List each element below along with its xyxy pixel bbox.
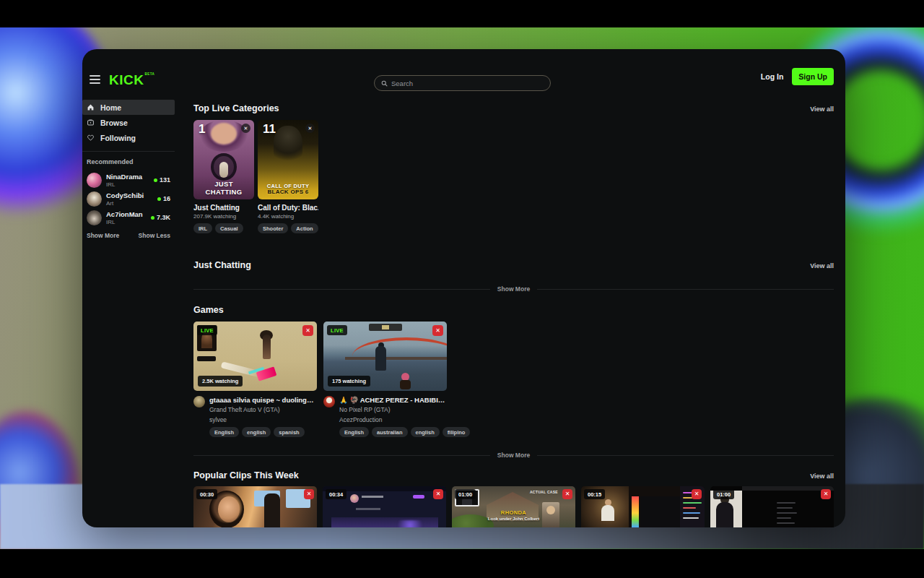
view-all-link[interactable]: View all: [810, 262, 834, 269]
tag-pill[interactable]: English: [339, 427, 369, 437]
tag-pill[interactable]: english: [242, 427, 271, 437]
letterbox-top: [0, 0, 924, 27]
section-title: Popular Clips This Week: [193, 470, 299, 480]
main-content: Top Live Categories View all 1 ✕: [175, 94, 845, 527]
channel-row-codyschibi[interactable]: CodySchibi Art 16: [82, 189, 175, 208]
tag-pill[interactable]: Casual: [215, 223, 243, 233]
channel-row-ac7ionman[interactable]: Ac7ionMan IRL 7.3K: [82, 208, 175, 227]
tag-pill[interactable]: Shooter: [258, 223, 288, 233]
recommended-label: Recommended: [82, 158, 175, 165]
desktop: KICKBETA Log In Sign Up Home: [0, 0, 924, 578]
clip-card-5[interactable]: 01:00 ✕: [710, 486, 834, 527]
watching-badge: 175 watching: [328, 376, 370, 387]
search-input[interactable]: [391, 79, 544, 87]
avatar: [323, 396, 335, 407]
clip-card-1[interactable]: 00:30 ✕: [193, 486, 317, 527]
channel-row-ninadrama[interactable]: NinaDrama IRL 131: [82, 171, 175, 189]
avatar: [193, 396, 205, 407]
category-art-text: CALL OF DUTY BLACK OPS 6: [258, 184, 318, 196]
beta-label: BETA: [144, 72, 154, 76]
show-more-button[interactable]: Show More: [497, 452, 530, 459]
viewer-count: 131: [160, 176, 170, 184]
search-bar[interactable]: [374, 75, 551, 91]
streamer-name[interactable]: sylvee: [209, 416, 316, 423]
close-icon[interactable]: ✕: [562, 489, 572, 499]
stream-card-acezproduction[interactable]: LIVE ✕ 175 watching 🙏 🦃 ACHEZ PEREZ - HA…: [323, 322, 447, 437]
watching-badge: 2.5K watching: [198, 376, 243, 387]
tag-pill[interactable]: filipino: [443, 427, 471, 437]
close-icon[interactable]: ✕: [241, 124, 250, 133]
channel-category: IRL: [106, 181, 142, 188]
view-all-link[interactable]: View all: [810, 473, 834, 480]
sidebar-item-label: Following: [100, 134, 136, 142]
clip-caption: RHONDA: [452, 509, 575, 516]
category-thumbnail: 11 ✕ CALL OF DUTY BLACK OPS 6: [258, 120, 318, 199]
close-icon[interactable]: ✕: [433, 489, 443, 499]
tag-pill[interactable]: English: [209, 427, 239, 437]
section-games-header: Games: [193, 305, 834, 315]
browse-icon: [87, 118, 95, 126]
live-dot: [157, 197, 161, 201]
rank-badge: 11: [263, 122, 276, 137]
watching-count: 4.4K watching: [258, 213, 318, 220]
sidebar-divider: [82, 151, 175, 152]
kick-app-window: KICKBETA Log In Sign Up Home: [82, 49, 845, 527]
close-icon[interactable]: ✕: [302, 325, 313, 336]
viewer-count: 16: [163, 195, 170, 202]
category-card-call-of-duty[interactable]: 11 ✕ CALL OF DUTY BLACK OPS 6 Call of Du…: [258, 120, 318, 233]
stream-card-sylvee[interactable]: LIVE ✕ 2.5K watching gtaaaa silvia quisp…: [193, 322, 317, 437]
hamburger-menu-icon[interactable]: [90, 75, 100, 84]
login-button[interactable]: Log In: [761, 72, 784, 81]
channel-category: Art: [106, 200, 144, 207]
show-more-link[interactable]: Show More: [87, 232, 119, 239]
show-less-link[interactable]: Show Less: [139, 232, 170, 239]
sidebar: Home Browse Following: [82, 94, 175, 239]
home-icon: [87, 103, 95, 111]
sidebar-item-label: Home: [100, 103, 121, 112]
clip-card-3[interactable]: ACTUAL CASE RHONDA Look under John Colbe…: [452, 486, 575, 527]
tier-list-graphic: [632, 496, 639, 527]
tag-pill[interactable]: australian: [372, 427, 407, 437]
live-badge: LIVE: [197, 325, 217, 335]
stream-category[interactable]: No Pixel RP (GTA): [339, 406, 447, 413]
close-icon[interactable]: ✕: [432, 325, 443, 336]
top-bar: KICKBETA Log In Sign Up: [82, 49, 845, 94]
letterbox-bottom: [0, 549, 924, 578]
section-just-chatting-header: Just Chatting View all: [193, 260, 834, 270]
signup-button[interactable]: Sign Up: [792, 68, 834, 85]
category-card-just-chatting[interactable]: 1 ✕ JUST CHATTING Just Chatting 207.9K w…: [193, 120, 254, 233]
view-all-link[interactable]: View all: [810, 105, 834, 113]
channel-name: NinaDrama: [106, 173, 142, 181]
sidebar-item-browse[interactable]: Browse: [82, 115, 175, 130]
tag-pill[interactable]: Action: [291, 223, 318, 233]
clip-card-4[interactable]: 00:15 ✕: [581, 486, 705, 527]
show-more-divider: Show More: [193, 285, 834, 293]
show-more-button[interactable]: Show More: [497, 285, 530, 293]
channel-name: CodySchibi: [106, 191, 144, 199]
close-icon[interactable]: ✕: [692, 489, 702, 499]
tag-pill[interactable]: IRL: [193, 223, 212, 233]
close-icon[interactable]: ✕: [305, 124, 315, 133]
clip-card-2[interactable]: 00:34 ✕: [323, 486, 446, 527]
duration-badge: 00:34: [326, 489, 346, 499]
stream-card-row: LIVE ✕ 2.5K watching gtaaaa silvia quisp…: [193, 322, 834, 437]
tag-pill[interactable]: english: [411, 427, 440, 437]
kick-logo[interactable]: KICKBETA: [109, 73, 154, 87]
live-badge: LIVE: [327, 325, 347, 335]
category-thumbnail: 1 ✕ JUST CHATTING: [193, 120, 254, 199]
live-dot: [154, 178, 157, 182]
stream-thumbnail: LIVE ✕ 2.5K watching: [193, 322, 317, 391]
streamer-name[interactable]: AcezProduction: [339, 416, 447, 423]
close-icon[interactable]: ✕: [821, 489, 831, 499]
sidebar-item-following[interactable]: Following: [82, 130, 175, 145]
sidebar-item-home[interactable]: Home: [82, 100, 175, 115]
stream-title: 🙏 🦃 ACHEZ PEREZ - HABIBI MC VICE...: [339, 396, 446, 404]
kick-logo-text: KICK: [109, 72, 144, 87]
close-icon[interactable]: ✕: [304, 489, 314, 499]
category-card-row: 1 ✕ JUST CHATTING Just Chatting 207.9K w…: [193, 120, 834, 233]
stream-category[interactable]: Grand Theft Auto V (GTA): [209, 406, 316, 413]
duration-badge: 01:00: [455, 489, 476, 499]
duration-badge: 00:30: [196, 489, 217, 499]
tag-pill[interactable]: spanish: [274, 427, 304, 437]
avatar: [87, 191, 102, 207]
